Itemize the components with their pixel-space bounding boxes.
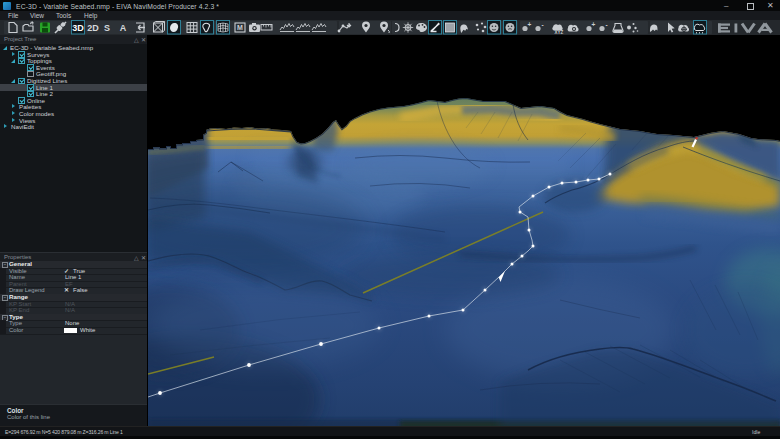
svg-text:M: M xyxy=(237,24,243,31)
svg-text:+: + xyxy=(592,21,596,28)
svg-text:+: + xyxy=(528,21,532,28)
svg-text:3D: 3D xyxy=(72,23,84,33)
svg-text:2D: 2D xyxy=(87,23,99,33)
svg-text:XYZ: XYZ xyxy=(555,30,564,35)
svg-text:-: - xyxy=(605,21,607,28)
svg-text:-: - xyxy=(541,21,543,28)
svg-text:A: A xyxy=(120,23,127,33)
svg-text:S: S xyxy=(104,23,110,33)
